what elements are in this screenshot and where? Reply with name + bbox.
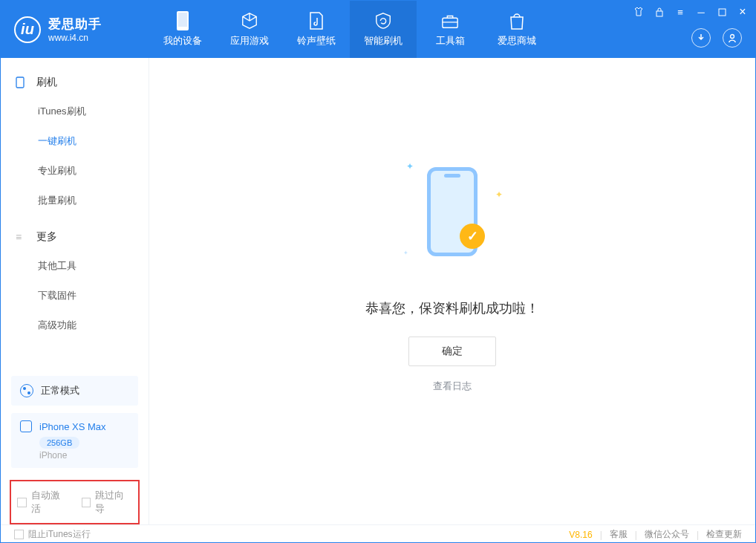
nav-apps-games[interactable]: 应用游戏 bbox=[216, 1, 283, 58]
group-label: 刷机 bbox=[36, 76, 57, 89]
group-label: 更多 bbox=[36, 230, 57, 244]
sidebar-item-pro-flash[interactable]: 专业刷机 bbox=[1, 156, 149, 186]
maximize-button[interactable] bbox=[717, 7, 727, 17]
checkmark-badge-icon: ✓ bbox=[460, 224, 485, 249]
menu-icon[interactable]: ≡ bbox=[675, 7, 685, 17]
sidebar-item-advanced[interactable]: 高级功能 bbox=[1, 310, 149, 340]
sidebar-item-oneclick-flash[interactable]: 一键刷机 bbox=[1, 126, 149, 156]
sparkle-icon: ✦ bbox=[403, 250, 408, 256]
lock-icon[interactable] bbox=[654, 7, 665, 17]
sparkle-icon: ✦ bbox=[495, 189, 503, 200]
nav-ringtones-wallpapers[interactable]: 铃声壁纸 bbox=[283, 1, 350, 58]
cube-icon bbox=[241, 12, 258, 30]
nav-label: 应用游戏 bbox=[230, 34, 269, 48]
svg-rect-4 bbox=[719, 9, 726, 16]
sidebar-item-itunes-flash[interactable]: iTunes刷机 bbox=[1, 97, 149, 126]
footer-right: V8.16 | 客服 | 微信公众号 | 检查更新 bbox=[569, 528, 742, 541]
mode-label: 正常模式 bbox=[41, 384, 79, 397]
minimize-button[interactable]: ─ bbox=[696, 7, 706, 17]
device-capacity: 256GB bbox=[39, 437, 79, 449]
checkbox-label: 跳过向导 bbox=[95, 489, 132, 516]
nav-label: 工具箱 bbox=[436, 34, 465, 48]
main-nav: 我的设备 应用游戏 铃声壁纸 智能刷机 工具箱 爱思商城 bbox=[149, 1, 550, 58]
sidebar-group-flash: 刷机 bbox=[1, 68, 149, 97]
device-name: iPhone XS Max bbox=[39, 421, 106, 432]
separator: | bbox=[635, 530, 637, 540]
checkbox-auto-activate[interactable]: 自动激活 bbox=[17, 489, 68, 516]
checkbox-label: 自动激活 bbox=[31, 489, 68, 516]
support-link[interactable]: 客服 bbox=[610, 528, 628, 541]
list-icon: ≡ bbox=[16, 231, 27, 243]
status-bar: 阻止iTunes运行 V8.16 | 客服 | 微信公众号 | 检查更新 bbox=[1, 524, 755, 543]
app-subtitle: www.i4.cn bbox=[48, 33, 102, 43]
download-button[interactable] bbox=[691, 28, 711, 48]
header-right-actions bbox=[691, 28, 742, 48]
nav-label: 铃声壁纸 bbox=[297, 34, 336, 48]
svg-rect-1 bbox=[178, 13, 187, 27]
sidebar-item-batch-flash[interactable]: 批量刷机 bbox=[1, 186, 149, 215]
nav-my-device[interactable]: 我的设备 bbox=[149, 1, 216, 58]
sidebar-item-download-firmware[interactable]: 下载固件 bbox=[1, 281, 149, 310]
bag-icon bbox=[508, 12, 526, 30]
separator: | bbox=[600, 530, 602, 540]
success-illustration: ✦ ✦ ✦ ✓ bbox=[400, 145, 504, 279]
app-title: 爱思助手 bbox=[48, 16, 102, 33]
nav-label: 智能刷机 bbox=[364, 34, 403, 48]
logo-area: iu 爱思助手 www.i4.cn bbox=[1, 16, 149, 43]
nav-label: 爱思商城 bbox=[498, 34, 536, 48]
checkbox-block-itunes[interactable]: 阻止iTunes运行 bbox=[14, 528, 91, 541]
window-controls: ≡ ─ × bbox=[633, 7, 748, 17]
wechat-link[interactable]: 微信公众号 bbox=[645, 528, 689, 541]
device-panel: 正常模式 iPhone XS Max 256GB iPhone bbox=[1, 376, 149, 475]
sparkle-icon: ✦ bbox=[406, 161, 414, 172]
check-update-link[interactable]: 检查更新 bbox=[706, 528, 742, 541]
app-logo-icon: iu bbox=[14, 16, 41, 43]
checkbox-icon bbox=[14, 530, 24, 539]
close-button[interactable]: × bbox=[737, 7, 748, 17]
shirt-icon[interactable] bbox=[633, 7, 644, 17]
view-log-link[interactable]: 查看日志 bbox=[433, 380, 472, 393]
confirm-button[interactable]: 确定 bbox=[408, 336, 496, 366]
checkbox-icon bbox=[82, 498, 91, 507]
shield-refresh-icon bbox=[374, 12, 392, 30]
separator: | bbox=[697, 530, 699, 540]
music-file-icon bbox=[307, 12, 325, 30]
device-card[interactable]: iPhone XS Max 256GB iPhone bbox=[11, 413, 138, 468]
sidebar-group-more: ≡ 更多 bbox=[1, 223, 149, 251]
toolbox-icon bbox=[441, 12, 459, 30]
logo-text: 爱思助手 www.i4.cn bbox=[48, 16, 102, 43]
nav-store[interactable]: 爱思商城 bbox=[483, 1, 550, 58]
checkbox-icon bbox=[17, 498, 27, 507]
mode-card[interactable]: 正常模式 bbox=[11, 376, 138, 406]
device-icon bbox=[174, 12, 192, 30]
user-button[interactable] bbox=[723, 28, 742, 48]
nav-toolbox[interactable]: 工具箱 bbox=[417, 1, 483, 58]
svg-rect-3 bbox=[656, 11, 662, 16]
version-label: V8.16 bbox=[569, 530, 592, 540]
checkbox-skip-guide[interactable]: 跳过向导 bbox=[82, 489, 133, 516]
body: 刷机 iTunes刷机 一键刷机 专业刷机 批量刷机 ≡ 更多 其他工具 下载固… bbox=[1, 58, 755, 524]
nav-label: 我的设备 bbox=[163, 34, 202, 48]
success-message: 恭喜您，保资料刷机成功啦！ bbox=[365, 299, 539, 317]
sidebar-scroll: 刷机 iTunes刷机 一键刷机 专业刷机 批量刷机 ≡ 更多 其他工具 下载固… bbox=[1, 58, 149, 376]
sidebar: 刷机 iTunes刷机 一键刷机 专业刷机 批量刷机 ≡ 更多 其他工具 下载固… bbox=[1, 58, 149, 524]
phone-outline-icon bbox=[16, 77, 27, 88]
flash-options-highlighted: 自动激活 跳过向导 bbox=[10, 480, 140, 524]
svg-rect-2 bbox=[443, 18, 457, 27]
sidebar-item-other-tools[interactable]: 其他工具 bbox=[1, 251, 149, 281]
app-header: iu 爱思助手 www.i4.cn 我的设备 应用游戏 铃声壁纸 智能刷机 工具… bbox=[1, 1, 755, 58]
svg-rect-6 bbox=[16, 77, 24, 88]
main-content: ✦ ✦ ✦ ✓ 恭喜您，保资料刷机成功啦！ 确定 查看日志 bbox=[149, 58, 755, 524]
device-type: iPhone bbox=[39, 450, 129, 461]
svg-point-5 bbox=[731, 35, 734, 39]
mode-icon bbox=[20, 384, 33, 397]
checkbox-label: 阻止iTunes运行 bbox=[28, 528, 91, 541]
device-phone-icon bbox=[20, 420, 32, 432]
nav-smart-flash[interactable]: 智能刷机 bbox=[350, 1, 417, 58]
